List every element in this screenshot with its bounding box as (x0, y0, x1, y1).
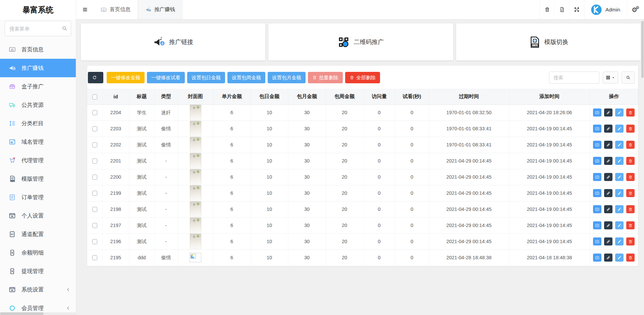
edit-button[interactable] (615, 254, 624, 262)
delete-button[interactable] (626, 237, 635, 245)
sidebar-item-agent[interactable]: 代理管理 (0, 151, 76, 170)
sidebar-item-public-resource[interactable]: 公共资源 (0, 96, 76, 114)
play-button[interactable] (593, 108, 601, 117)
set-week-price-button[interactable]: 设置包周金额 (227, 72, 265, 83)
row-checkbox[interactable] (92, 255, 97, 260)
delete-button[interactable] (626, 173, 635, 181)
edit-button[interactable] (615, 189, 624, 197)
page-vertical-scrollbar[interactable] (641, 21, 644, 78)
fullscreen-button[interactable] (569, 0, 584, 19)
tab-promo-earn[interactable]: 推广赚钱 (138, 0, 182, 19)
link-button[interactable] (604, 237, 612, 245)
delete-button[interactable] (626, 108, 635, 117)
row-checkbox[interactable] (92, 223, 97, 228)
sidebar-horizontal-scrollbar[interactable] (0, 312, 76, 315)
trash-button[interactable] (540, 0, 554, 19)
edit-button[interactable] (615, 108, 624, 117)
refresh-button[interactable] (88, 72, 103, 83)
play-button[interactable] (593, 141, 601, 149)
modify-trial-button[interactable]: 一键修改试看 (147, 72, 185, 83)
sidebar-toggle-button[interactable] (76, 0, 94, 19)
sidebar-item-category[interactable]: 分类栏目 (0, 114, 76, 133)
sidebar-item-withdraw[interactable]: 提现管理 (0, 262, 76, 280)
play-button[interactable] (593, 189, 601, 197)
delete-button[interactable] (626, 205, 635, 213)
link-button[interactable] (604, 205, 612, 213)
delete-all-button[interactable]: 全部删除 (345, 72, 380, 83)
row-checkbox[interactable] (92, 175, 97, 180)
play-button[interactable] (593, 157, 601, 165)
sidebar-item-channel[interactable]: 通道配置 (0, 225, 76, 243)
tab-label: 首页信息 (110, 6, 130, 13)
table-row: 2200 测试 - 6 10 30 20 0 0 2021-04-29 00:1… (87, 169, 638, 185)
play-button[interactable] (593, 173, 601, 181)
cover-thumbnail (190, 169, 201, 185)
template-switch-card[interactable]: 模版切换 (456, 24, 641, 60)
row-checkbox[interactable] (92, 126, 97, 131)
clear-cache-button[interactable] (554, 0, 569, 19)
row-checkbox[interactable] (92, 142, 97, 147)
table-search-input[interactable] (549, 72, 599, 84)
sidebar-item-home-info[interactable]: 首页信息 (0, 40, 76, 59)
delete-button[interactable] (626, 157, 635, 165)
columns-toggle-button[interactable] (603, 72, 618, 84)
sidebar-item-system[interactable]: 系统设置 (0, 280, 76, 299)
play-button[interactable] (593, 237, 601, 245)
delete-button[interactable] (626, 254, 635, 262)
sidebar-item-order[interactable]: 订单管理 (0, 188, 76, 207)
edit-button[interactable] (615, 141, 624, 149)
delete-button[interactable] (626, 189, 635, 197)
play-button[interactable] (593, 254, 601, 262)
link-button[interactable] (604, 254, 612, 262)
sidebar-item-template[interactable]: 模版管理 (0, 170, 76, 188)
sidebar-item-personal[interactable]: 个人设置 (0, 207, 76, 225)
sidebar-item-box-promo[interactable]: 盒子推广 (0, 77, 76, 96)
row-checkbox[interactable] (92, 191, 97, 196)
modify-amount-button[interactable]: 一键修改金额 (107, 72, 145, 83)
row-checkbox[interactable] (92, 110, 97, 115)
row-checkbox[interactable] (92, 159, 97, 164)
link-button[interactable] (604, 141, 612, 149)
cell-cover (178, 104, 213, 121)
edit-button[interactable] (615, 221, 624, 229)
edit-button[interactable] (615, 237, 624, 245)
edit-button[interactable] (615, 205, 624, 213)
play-button[interactable] (593, 221, 601, 229)
row-checkbox[interactable] (92, 207, 97, 212)
row-checkbox[interactable] (92, 239, 97, 244)
delete-button[interactable] (626, 221, 635, 229)
htmlfile-icon (528, 36, 541, 48)
edit-button[interactable] (615, 173, 624, 181)
edit-button[interactable] (615, 125, 624, 133)
link-button[interactable] (604, 189, 612, 197)
sidebar-item-promo-earn[interactable]: 推广赚钱 (0, 59, 76, 77)
link-button[interactable] (604, 125, 612, 133)
delete-button[interactable] (626, 125, 635, 133)
user-menu[interactable]: Admin (584, 0, 627, 19)
sidebar-item-domain[interactable]: 域名管理 (0, 133, 76, 151)
link-button[interactable] (604, 157, 612, 165)
delete-button[interactable] (626, 141, 635, 149)
play-button[interactable] (593, 125, 601, 133)
tab-home-info[interactable]: 首页信息 (94, 0, 138, 19)
select-all-checkbox[interactable] (92, 94, 97, 99)
edit-button[interactable] (615, 157, 624, 165)
qrcode-promo-card[interactable]: 二维码推广 (268, 24, 453, 60)
link-button[interactable] (604, 173, 612, 181)
set-day-price-button[interactable]: 设置包日金额 (187, 72, 225, 83)
table-search-button[interactable] (622, 72, 635, 84)
link-button[interactable] (604, 108, 612, 117)
button-label: 一键修改试看 (151, 75, 180, 81)
batch-delete-button[interactable]: 批量删除 (308, 72, 343, 83)
play-button[interactable] (593, 205, 601, 213)
set-month-price-button[interactable]: 设置包月金额 (268, 72, 306, 83)
sidebar-item-balance[interactable]: 余额明细 (0, 243, 76, 262)
cell-select (87, 233, 102, 250)
trash-icon (350, 75, 354, 80)
play-icon (595, 143, 599, 147)
link-button[interactable] (604, 221, 612, 229)
settings-gears-button[interactable]: ⚙⚙ (627, 0, 644, 19)
link-icon (606, 256, 610, 260)
menu-search-input[interactable] (5, 21, 71, 36)
promo-link-card[interactable]: 推广链接 (81, 24, 265, 60)
